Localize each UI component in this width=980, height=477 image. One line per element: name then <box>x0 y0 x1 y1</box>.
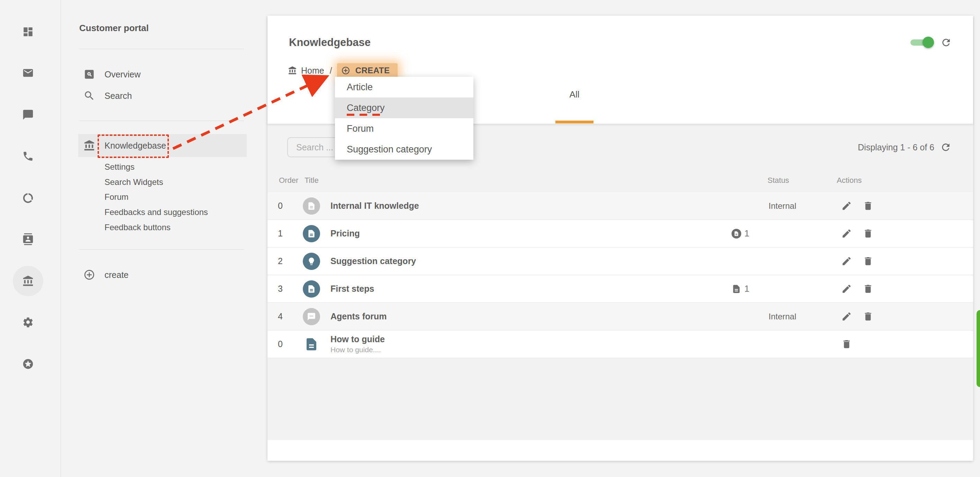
delete-button[interactable] <box>841 339 852 349</box>
table-row[interactable]: 3 First steps 1 <box>267 275 973 303</box>
edit-button[interactable] <box>841 228 852 239</box>
data-usage-icon[interactable] <box>22 192 34 204</box>
row-title: Internal IT knowledge <box>331 201 419 211</box>
row-order: 0 <box>278 330 293 358</box>
breadcrumb-home-link[interactable]: Home <box>301 66 324 76</box>
row-title: Agents forum <box>331 311 387 322</box>
row-order: 1 <box>278 220 293 247</box>
pagination-status: Displaying 1 - 6 of 6 <box>858 142 934 153</box>
row-order: 3 <box>278 275 293 303</box>
delete-button[interactable] <box>863 200 873 211</box>
row-title-block: How to guide How to guide.... <box>331 330 385 358</box>
pageview-icon <box>83 68 95 80</box>
status-count: 1 <box>732 275 749 303</box>
col-header-order: Order <box>279 176 298 185</box>
nav-item-label: Search <box>105 91 132 101</box>
table-header-row: Order Title Status Actions <box>267 171 973 193</box>
row-order: 0 <box>278 192 293 219</box>
nav-subitem-search-widgets[interactable]: Search Widgets <box>105 174 163 190</box>
delete-button[interactable] <box>863 284 873 294</box>
nav-item-knowledgebase[interactable]: Knowledgebase <box>78 134 247 157</box>
settings-icon[interactable] <box>22 316 34 328</box>
enable-toggle[interactable] <box>910 40 933 46</box>
row-subtitle: How to guide.... <box>331 345 385 354</box>
menu-item-suggestion-category[interactable]: Suggestion category <box>335 139 473 160</box>
search-icon <box>83 90 95 101</box>
table-body: 0 Internal IT knowledge Internal1 Pricin… <box>267 192 973 358</box>
table-row[interactable]: 0 How to guide How to guide.... <box>267 330 973 358</box>
status-badge: Internal <box>768 192 796 219</box>
menu-item-label: Suggestion category <box>347 144 432 155</box>
delete-button[interactable] <box>863 228 873 239</box>
knowledgebase-icon[interactable] <box>22 275 34 287</box>
rewards-icon[interactable] <box>22 358 34 370</box>
delete-button[interactable] <box>863 311 873 322</box>
create-button-label: CREATE <box>355 66 390 75</box>
dashboard-icon[interactable] <box>22 26 34 38</box>
delete-button[interactable] <box>863 256 873 266</box>
row-order: 2 <box>278 247 293 275</box>
nav-subitem-forum[interactable]: Forum <box>105 189 128 204</box>
row-title: First steps <box>331 284 374 294</box>
refresh-icon[interactable] <box>940 37 951 48</box>
nav-divider <box>79 249 244 250</box>
refresh-icon[interactable] <box>940 142 951 153</box>
menu-item-label: Article <box>347 82 373 93</box>
edit-button[interactable] <box>841 284 852 294</box>
status-count-value: 1 <box>745 284 749 294</box>
row-title: Suggestion category <box>331 256 416 266</box>
menu-item-category[interactable]: Category <box>335 97 473 118</box>
edit-button[interactable] <box>841 311 852 322</box>
status-badge: Internal <box>768 303 796 330</box>
row-title: Pricing <box>331 228 360 239</box>
row-title-block: Suggestion category <box>331 247 416 275</box>
breadcrumb-separator: / <box>330 66 332 76</box>
article-icon <box>304 336 319 353</box>
tab-all[interactable]: All <box>555 88 593 101</box>
breadcrumb: Home / CREATE <box>288 63 398 78</box>
article-avatar <box>303 197 320 215</box>
row-title-block: Agents forum <box>331 303 387 330</box>
row-title-block: Pricing <box>331 220 360 247</box>
menu-item-article[interactable]: Article <box>335 77 473 97</box>
table-row[interactable]: 4 Agents forum Internal <box>267 303 973 330</box>
table-row[interactable]: 1 Pricing 1 <box>267 220 973 247</box>
status-count: 1 <box>732 220 749 247</box>
row-order: 4 <box>278 303 293 330</box>
contacts-icon[interactable] <box>22 233 34 245</box>
feedback-edge-button[interactable] <box>977 310 980 387</box>
table-row[interactable]: 0 Internal IT knowledge Internal <box>267 192 973 220</box>
nav-subitem-feedbacks-and-suggestions[interactable]: Feedbacks and suggestions <box>105 204 208 220</box>
article-circle-icon <box>732 229 741 239</box>
article-avatar <box>303 280 320 298</box>
nav-divider <box>79 120 244 121</box>
nav-subitem-feedback-buttons[interactable]: Feedback buttons <box>105 220 170 235</box>
nav-item-label: create <box>105 270 128 280</box>
nav-section-title: Customer portal <box>79 23 149 33</box>
row-title-block: First steps <box>331 275 374 303</box>
phone-icon[interactable] <box>22 151 34 162</box>
rail-divider <box>60 0 61 477</box>
menu-item-forum[interactable]: Forum <box>335 118 473 139</box>
table-row[interactable]: 2 Suggestion category <box>267 247 973 275</box>
nav-divider <box>79 49 244 49</box>
edit-button[interactable] <box>841 256 852 266</box>
nav-item-overview[interactable]: Overview <box>78 67 247 82</box>
bank-icon <box>288 66 297 75</box>
create-button[interactable]: CREATE <box>337 63 398 78</box>
app-root: Customer portal Overview Search Knowledg… <box>0 0 980 477</box>
edit-button[interactable] <box>841 200 852 211</box>
forum-avatar <box>303 308 320 325</box>
menu-item-label: Category <box>347 103 385 113</box>
nav-item-search[interactable]: Search <box>78 88 247 103</box>
nav-item-label: Overview <box>105 70 140 79</box>
col-header-actions: Actions <box>837 176 862 185</box>
nav-subitem-settings[interactable]: Settings <box>105 159 135 174</box>
create-dropdown-menu: ArticleCategoryForumSuggestion category <box>335 77 473 160</box>
nav-item-create[interactable]: create <box>78 267 247 282</box>
page-title: Knowledgebase <box>289 36 371 49</box>
row-title: How to guide <box>331 334 385 344</box>
email-icon[interactable] <box>22 67 34 79</box>
chat-icon[interactable] <box>22 109 34 120</box>
menu-item-label: Forum <box>347 124 374 134</box>
